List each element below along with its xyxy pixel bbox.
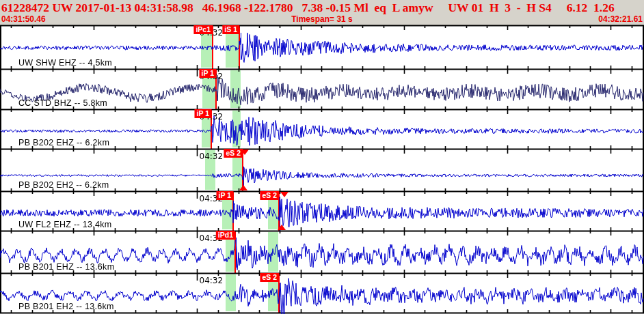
pick-flag[interactable]: eS 2 [260, 191, 279, 200]
seismogram-viewer: 61228472 UW 2017-01-13 04:31:58.98 46.19… [0, 0, 644, 314]
pick-flag[interactable]: iP 1 [217, 191, 234, 200]
pick-flag[interactable]: iPd1 [216, 231, 235, 240]
pick-flag[interactable]: iS 1 [222, 25, 239, 34]
pick-flag[interactable]: iP 1 [195, 109, 212, 118]
pick-flag[interactable]: iP 1 [200, 69, 217, 78]
pick-flag[interactable]: eS 2 [260, 273, 279, 282]
pick-flag[interactable]: eS 2 [224, 149, 243, 158]
pick-flag[interactable]: iPc1 [193, 25, 213, 34]
seismogram-canvas[interactable] [0, 0, 644, 314]
